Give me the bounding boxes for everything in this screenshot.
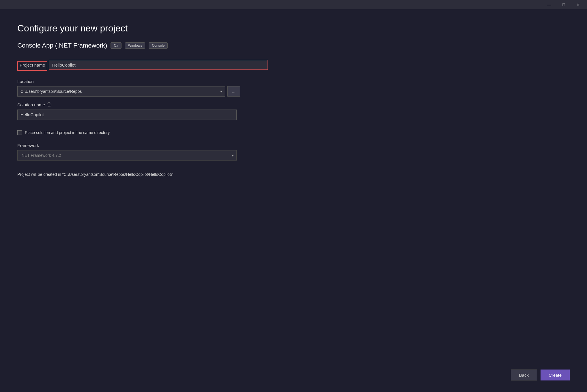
framework-select[interactable]: .NET Framework 4.7.2 <box>17 150 237 161</box>
tag-csharp: C# <box>111 42 121 49</box>
solution-name-section: Solution name i <box>17 102 570 120</box>
project-type-name: Console App (.NET Framework) <box>17 42 107 49</box>
dialog-title: Configure your new project <box>17 23 570 34</box>
maximize-button[interactable]: □ <box>557 0 570 9</box>
location-select-wrapper: C:\Users\bryantson\Source\Repos <box>17 86 225 97</box>
project-path-note: Project will be created in "C:\Users\bry… <box>17 172 570 177</box>
bottom-bar: Back Create <box>511 370 570 380</box>
project-name-label-box: Project name <box>17 61 47 71</box>
solution-name-input[interactable] <box>17 110 237 120</box>
framework-select-wrapper: .NET Framework 4.7.2 <box>17 150 237 161</box>
create-button[interactable]: Create <box>541 370 570 380</box>
minimize-button[interactable]: — <box>543 0 556 9</box>
location-section: Location C:\Users\bryantson\Source\Repos… <box>17 79 570 97</box>
title-bar: — □ ✕ <box>0 0 587 9</box>
location-row: C:\Users\bryantson\Source\Repos ... <box>17 86 570 97</box>
project-name-input[interactable] <box>49 60 268 70</box>
framework-section: Framework .NET Framework 4.7.2 <box>17 143 570 161</box>
configure-project-dialog: Configure your new project Console App (… <box>0 9 587 392</box>
project-name-label: Project name <box>20 63 45 67</box>
tag-console: Console <box>149 42 168 49</box>
tag-windows: Windows <box>125 42 145 49</box>
same-dir-label: Place solution and project in the same d… <box>25 130 110 135</box>
solution-name-info-icon: i <box>47 102 51 107</box>
project-type-row: Console App (.NET Framework) C# Windows … <box>17 42 570 49</box>
same-dir-row: Place solution and project in the same d… <box>17 130 570 135</box>
back-button[interactable]: Back <box>511 370 537 380</box>
framework-label: Framework <box>17 143 570 148</box>
location-select[interactable]: C:\Users\bryantson\Source\Repos <box>17 86 225 97</box>
project-name-section: Project name <box>17 60 570 73</box>
same-dir-checkbox[interactable] <box>17 130 22 135</box>
close-button[interactable]: ✕ <box>571 0 585 9</box>
browse-button[interactable]: ... <box>227 86 240 97</box>
solution-name-label: Solution name i <box>17 102 570 107</box>
location-label: Location <box>17 79 570 84</box>
